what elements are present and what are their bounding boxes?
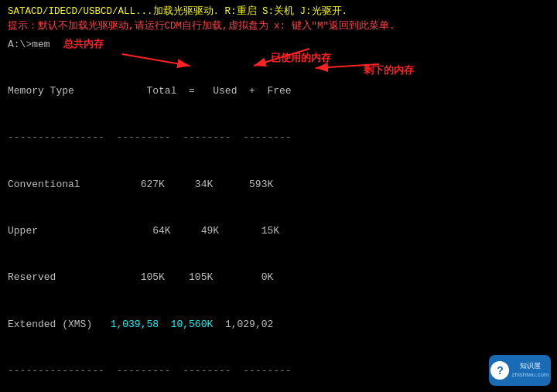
mem-table: Memory Type Total = Used + Free --------… [8,53,549,393]
watermark-site: zhishiwu.com [511,371,548,379]
total-annotation: 总共内存 [63,39,104,50]
satacd-label: SATACD/IDECD/USBCD/ALL...加载光驱驱动. R:重启 S:… [8,6,347,17]
table-row-reserved: Reserved 105K 105K 0K [8,270,549,285]
table-row-upper: Upper 64K 49K 15K [8,223,549,239]
free-annotation: 剩下的内存 [364,63,414,77]
topbar-line2: 提示：默认不加载光驱驱动,请运行CDM自行加载,虚拟盘为 x: 键入"M"返回到… [8,19,549,34]
used-annotation: 已使用的内存 [271,51,331,65]
tip-label: 提示：默认不加载光驱驱动,请运行CDM自行加载,虚拟盘为 x: 键入"M"返回到… [8,21,395,32]
screen: SATACD/IDECD/USBCD/ALL...加载光驱驱动. R:重启 S:… [0,0,557,392]
command-text: A:\>mem [8,39,50,50]
watermark-name: 知识屋 [511,362,548,371]
table-row-extended-xms: Extended (XMS) 1,039,58 10,560K 1,029,02 [8,317,549,332]
watermark: ? 知识屋 zhishiwu.com [489,355,551,386]
mem-command: A:\>mem 总共内存 [8,39,104,50]
table-header: Memory Type Total = Used + Free [8,84,549,99]
table-divider2: ---------------- --------- -------- ----… [8,363,549,379]
topbar-line1: SATACD/IDECD/USBCD/ALL...加载光驱驱动. R:重启 S:… [8,5,549,19]
watermark-icon: ? [490,361,509,380]
table-area: 已使用的内存 剩下的内存 Memory Type Total = Used + … [8,53,549,393]
command-section: A:\>mem 总共内存 [8,37,549,51]
top-bar: SATACD/IDECD/USBCD/ALL...加载光驱驱动. R:重启 S:… [8,5,549,34]
table-row-conventional: Conventional 627K 34K 593K [8,177,549,193]
table-divider1: ---------------- --------- -------- ----… [8,130,549,145]
watermark-text: 知识屋 zhishiwu.com [511,362,548,379]
